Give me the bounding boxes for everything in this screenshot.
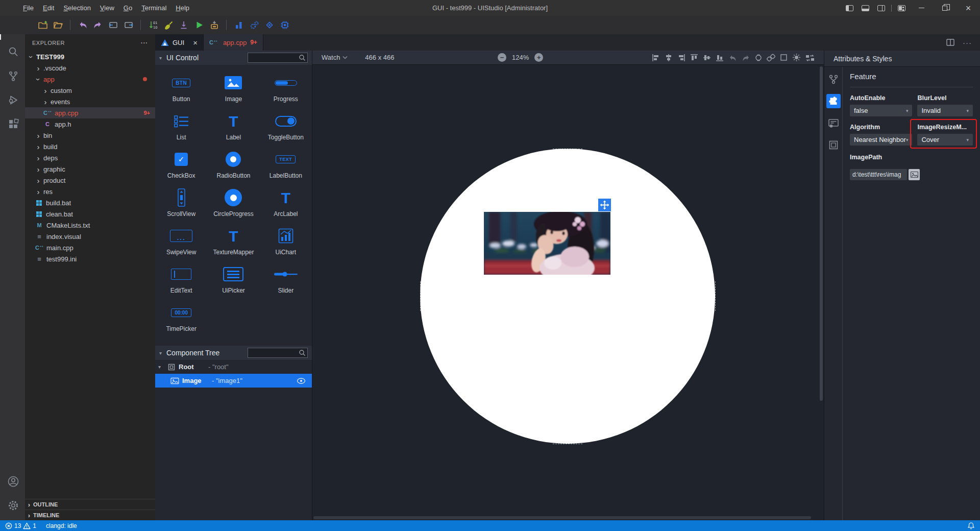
control-slider[interactable]: Slider (260, 260, 312, 299)
export-view-button[interactable] (121, 18, 135, 32)
control-uipicker[interactable]: UiPicker (207, 260, 259, 299)
redo-button[interactable] (91, 18, 105, 32)
tree-item-vscode[interactable]: .vscode (25, 62, 155, 74)
autoenable-select[interactable]: false (850, 105, 912, 116)
control-scrollview[interactable]: ScrollView (155, 184, 207, 222)
timeline-section[interactable]: TIMELINE (25, 510, 155, 520)
move-handle-icon[interactable] (598, 199, 611, 211)
tree-item-deps[interactable]: deps (25, 152, 155, 163)
package-button[interactable] (207, 18, 221, 32)
control-list[interactable]: List (155, 107, 207, 146)
control-button[interactable]: BTN Button (155, 69, 207, 107)
menu-go[interactable]: Go (119, 2, 137, 14)
component-tree-header[interactable]: Component Tree (155, 346, 312, 360)
undo-button[interactable] (76, 18, 89, 32)
align-middle-vertical-icon[interactable] (703, 54, 711, 62)
control-labelbutton[interactable]: TEXT LabelButton (260, 146, 312, 184)
tab-feature[interactable] (826, 94, 841, 108)
menu-view[interactable]: View (95, 2, 119, 14)
control-checkbox[interactable]: CheckBox (155, 146, 207, 184)
align-left-icon[interactable] (652, 54, 660, 62)
component-root-row[interactable]: Root - "root" (155, 360, 312, 374)
activity-extensions[interactable] (0, 112, 25, 136)
brightness-icon[interactable] (792, 53, 801, 62)
control-label[interactable]: T Label (207, 107, 259, 146)
settings-button[interactable] (0, 493, 25, 517)
visual-mode-button[interactable] (262, 18, 276, 32)
canvas-vertical-scrollbar[interactable] (820, 66, 823, 401)
more-actions-icon[interactable] (963, 38, 972, 47)
clean-button[interactable] (161, 18, 175, 32)
activity-source-control[interactable] (0, 64, 25, 88)
tree-item-build-bat[interactable]: build.bat (25, 197, 155, 208)
build-settings-button[interactable] (247, 18, 261, 32)
imageresizemode-select[interactable]: Cover (917, 134, 973, 146)
control-circleprogress[interactable]: CircleProgress (207, 184, 259, 222)
menu-help[interactable]: Help (171, 2, 194, 14)
undo-icon[interactable] (728, 54, 737, 62)
tree-item-custom[interactable]: custom (25, 85, 155, 96)
control-togglebutton[interactable]: ToggleButton (260, 107, 312, 146)
stats-button[interactable] (232, 18, 246, 32)
zoom-in-button[interactable] (534, 53, 543, 62)
tree-item-product[interactable]: product (25, 175, 155, 186)
clangd-status[interactable]: clangd: idle (46, 522, 77, 529)
menu-selection[interactable]: Selection (59, 2, 95, 14)
close-button[interactable] (957, 0, 980, 16)
restore-button[interactable] (933, 0, 957, 16)
run-button[interactable] (192, 18, 206, 32)
tree-item-main-cpp[interactable]: C main.cpp (25, 242, 155, 253)
canvas-horizontal-scrollbar[interactable] (313, 516, 811, 519)
control-swipeview[interactable]: ... SwipeView (155, 222, 207, 260)
watch-preview-icon[interactable] (755, 54, 762, 62)
design-stage[interactable] (312, 65, 824, 520)
tab-info[interactable] (826, 116, 841, 130)
control-timepicker[interactable]: 00:00 TimePicker (155, 299, 207, 337)
control-radiobutton[interactable]: RadioButton (207, 146, 259, 184)
root-component-circle[interactable] (420, 149, 715, 444)
customize-layout-icon[interactable] (898, 5, 905, 11)
tree-item-graphic[interactable]: graphic (25, 163, 155, 175)
component-tree-search-input[interactable] (248, 349, 297, 356)
blurlevel-select[interactable]: Invalid (917, 105, 973, 116)
tree-item-index-visual[interactable]: index.visual (25, 231, 155, 242)
tree-item-res[interactable]: res (25, 186, 155, 197)
select-region-icon[interactable] (780, 54, 788, 61)
tree-item-events[interactable]: events (25, 96, 155, 107)
device-selector[interactable]: Watch (322, 54, 348, 61)
browse-image-button[interactable] (909, 169, 920, 180)
split-editor-icon[interactable] (946, 39, 954, 46)
device-button[interactable] (278, 18, 291, 32)
redo-icon[interactable] (742, 54, 750, 62)
ui-control-header[interactable]: UI Control (155, 51, 312, 65)
open-project-button[interactable] (51, 18, 65, 32)
toggle-sidebar-icon[interactable] (846, 5, 853, 11)
tree-item-app-h[interactable]: C app.h (25, 118, 155, 130)
tab-border[interactable] (826, 138, 841, 152)
activity-search[interactable] (0, 40, 25, 64)
align-bottom-icon[interactable] (716, 54, 724, 62)
link-binding-icon[interactable] (767, 54, 775, 62)
tree-item-test999-ini[interactable]: test999.ini (25, 253, 155, 264)
control-image[interactable]: Image (207, 69, 259, 107)
merge-button[interactable] (177, 18, 190, 32)
control-texturemapper[interactable]: T TextureMapper (207, 222, 259, 260)
tree-item-root[interactable]: TEST999 (25, 51, 155, 62)
image1-element[interactable] (484, 212, 610, 275)
tree-item-cmakelists[interactable]: M CMakeLists.txt (25, 220, 155, 231)
notifications-button[interactable] (967, 522, 975, 529)
activity-run-debug[interactable] (0, 88, 25, 112)
sort-lines-button[interactable]: 0110 (146, 18, 160, 32)
tree-item-app[interactable]: app (25, 74, 155, 85)
visibility-eye-icon[interactable] (297, 378, 306, 384)
menu-terminal[interactable]: Terminal (137, 2, 171, 14)
minimize-button[interactable] (910, 0, 933, 16)
component-image-row[interactable]: Image - "image1" (155, 374, 312, 388)
account-button[interactable] (0, 469, 25, 493)
outline-section[interactable]: OUTLINE (25, 499, 155, 510)
align-right-icon[interactable] (677, 54, 685, 62)
problems-indicator[interactable]: 13 1 (5, 522, 36, 529)
align-center-horizontal-icon[interactable] (665, 54, 673, 62)
tab-gui[interactable]: GUI (155, 34, 204, 51)
tree-item-app-cpp[interactable]: C app.cpp 9+ (25, 107, 155, 118)
